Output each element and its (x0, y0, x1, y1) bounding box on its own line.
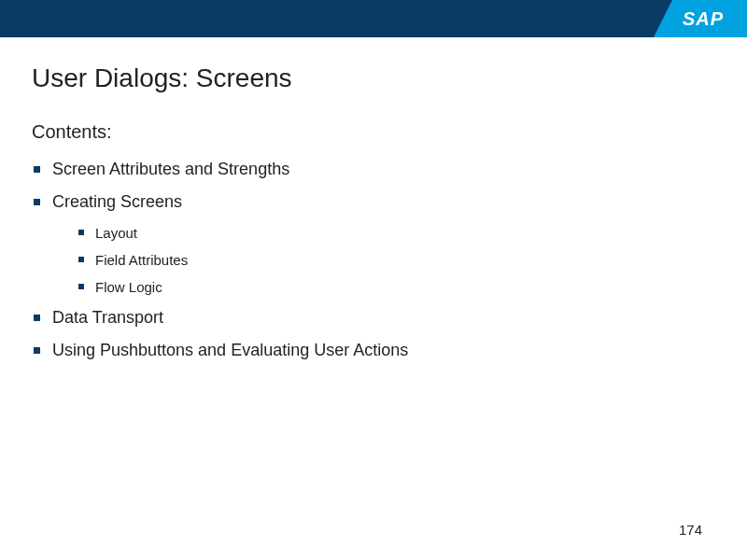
brand-logo-shape: SAP (654, 0, 747, 37)
list-item-label: Using Pushbuttons and Evaluating User Ac… (52, 341, 408, 359)
list-subitem: Layout (77, 225, 715, 241)
list-item-label: Screen Attributes and Strengths (52, 160, 289, 178)
contents-label: Contents: (32, 121, 715, 143)
page-number: 174 (679, 522, 702, 538)
slide-content: User Dialogs: Screens Contents: Screen A… (0, 37, 747, 360)
list-item: Data Transport (32, 308, 715, 328)
list-item-label: Creating Screens (52, 192, 182, 211)
brand-logo: SAP (654, 0, 747, 37)
slide-title: User Dialogs: Screens (32, 63, 715, 93)
list-item: Screen Attributes and Strengths (32, 160, 715, 179)
list-subitem-label: Field Attributes (95, 252, 188, 268)
contents-sublist: Layout Field Attributes Flow Logic (52, 225, 715, 295)
brand-logo-text: SAP (683, 8, 724, 30)
contents-list: Screen Attributes and Strengths Creating… (32, 160, 715, 360)
list-item: Using Pushbuttons and Evaluating User Ac… (32, 341, 715, 360)
list-item-label: Data Transport (52, 308, 163, 327)
list-item: Creating Screens Layout Field Attributes… (32, 192, 715, 295)
header-bar: SAP (0, 0, 747, 37)
list-subitem-label: Layout (95, 225, 137, 241)
list-subitem-label: Flow Logic (95, 279, 162, 295)
list-subitem: Field Attributes (77, 252, 715, 268)
list-subitem: Flow Logic (77, 279, 715, 295)
